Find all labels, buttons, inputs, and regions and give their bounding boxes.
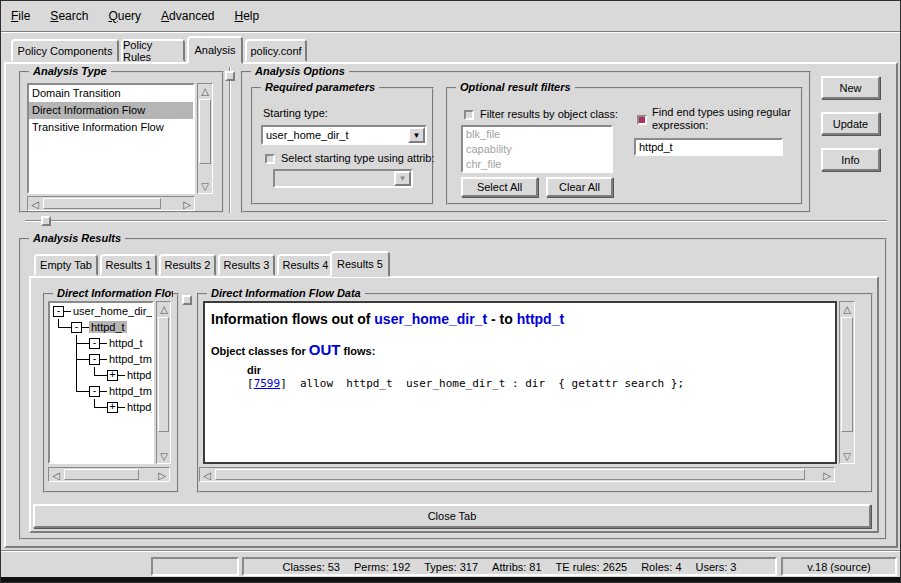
analysis-type-vscrollbar[interactable]: △ ▽ [197, 83, 213, 194]
info-button[interactable]: Info [821, 148, 880, 171]
statusbar-divider [1, 550, 901, 552]
scroll-left-icon[interactable]: ◁ [49, 468, 63, 482]
results-divider [25, 220, 887, 222]
filter-object-class-checkbox[interactable] [464, 110, 474, 120]
tree-row[interactable]: -httpd_tmp_t [50, 351, 152, 367]
results-pane-sash-handle[interactable] [182, 295, 192, 305]
tab-empty-tab[interactable]: Empty Tab [34, 254, 98, 276]
flow-tree-hscrollbar[interactable]: ◁ ▷ [48, 467, 170, 482]
menu-search[interactable]: Search [50, 9, 88, 23]
tree-expander-icon[interactable]: - [71, 322, 82, 333]
close-tab-button[interactable]: Close Tab [33, 504, 871, 528]
regex-checkbox[interactable] [637, 115, 647, 125]
stat-te-rules: TE rules: 2625 [556, 561, 628, 573]
scroll-left-icon[interactable]: ◁ [200, 468, 214, 482]
status-empty-box [151, 557, 239, 576]
list-item[interactable]: Transitive Information Flow [29, 119, 193, 136]
chevron-down-icon: ▼ [394, 171, 411, 186]
flow-data-text[interactable]: Information flows out of user_home_dir_t… [203, 301, 837, 464]
tree-expander-icon[interactable]: - [89, 354, 100, 365]
regex-checkbox-label: Find end types using regular expression: [652, 106, 791, 132]
scroll-thumb[interactable] [215, 469, 805, 480]
tab-policy-conf[interactable]: policy.conf [245, 39, 307, 62]
policy-version: v.18 (source) [807, 561, 870, 573]
scroll-thumb[interactable] [841, 317, 853, 432]
attrib-value [275, 171, 394, 186]
scroll-right-icon[interactable]: ▷ [820, 468, 834, 482]
list-item-selected[interactable]: Direct Information Flow [29, 102, 193, 119]
menu-query[interactable]: Query [108, 9, 141, 23]
update-button[interactable]: Update [821, 112, 880, 135]
stat-perms: Perms: 192 [354, 561, 410, 573]
scroll-up-icon[interactable]: △ [198, 84, 212, 98]
tree-expander-icon[interactable]: + [107, 402, 118, 413]
tree-row[interactable]: -httpd_t [50, 335, 152, 351]
tab-results-1[interactable]: Results 1 [100, 254, 157, 276]
scroll-thumb[interactable] [199, 99, 211, 164]
tree-expander-icon[interactable]: + [107, 370, 118, 381]
object-class-listbox: blk_file capability chr_file [461, 125, 613, 173]
flow-data-hscrollbar[interactable]: ◁ ▷ [199, 467, 835, 482]
starting-type-value: user_home_dir_t [263, 127, 408, 143]
tree-row[interactable]: -httpd_tmpfs_t [50, 383, 152, 399]
tree-row[interactable]: +httpd_t [50, 399, 152, 415]
attrib-checkbox-label: Select starting type using attrib: [281, 152, 434, 165]
starting-type-combobox[interactable]: user_home_dir_t ▼ [261, 125, 427, 145]
scroll-left-icon[interactable]: ◁ [28, 197, 42, 211]
stat-roles: Roles: 4 [641, 561, 681, 573]
tab-results-3[interactable]: Results 3 [218, 254, 275, 276]
scroll-thumb[interactable] [158, 317, 169, 432]
scroll-right-icon[interactable]: ▷ [155, 468, 169, 482]
analysis-type-hscrollbar[interactable]: ◁ ▷ [27, 196, 195, 211]
tab-results-2[interactable]: Results 2 [159, 254, 216, 276]
menu-help[interactable]: Help [234, 9, 259, 23]
menu-bar: File Search Query Advanced Help [1, 1, 900, 32]
tab-results-5[interactable]: Results 5 [330, 251, 390, 277]
flow-classes-line: Object classes for OUT flows: [211, 341, 835, 358]
tree-expander-icon[interactable]: - [53, 306, 64, 317]
scroll-right-icon[interactable]: ▷ [180, 197, 194, 211]
object-class-name: dir [247, 364, 835, 376]
tab-results-4[interactable]: Results 4 [277, 254, 334, 276]
scroll-thumb[interactable] [64, 469, 139, 480]
tab-analysis[interactable]: Analysis [187, 36, 243, 64]
scroll-down-icon[interactable]: ▽ [198, 179, 212, 193]
flow-data-vscrollbar[interactable]: △ ▽ [839, 301, 855, 464]
tree-row[interactable]: -user_home_dir_t [50, 303, 152, 319]
scroll-up-icon[interactable]: △ [157, 302, 171, 316]
tab-policy-components[interactable]: Policy Components [11, 39, 119, 62]
status-stats-box: Classes: 53 Perms: 192 Types: 317 Attrib… [242, 557, 777, 576]
tree-row[interactable]: +httpd_t [50, 367, 152, 383]
menu-file[interactable]: File [11, 9, 30, 23]
end-type: httpd_t [517, 311, 564, 327]
new-button[interactable]: New [821, 76, 880, 99]
select-all-button[interactable]: Select All [461, 177, 538, 197]
tree-expander-icon[interactable]: - [89, 386, 100, 397]
flow-tree-vscrollbar[interactable]: △ ▽ [156, 301, 171, 464]
flow-tree-title: Direct Information Flow T [53, 287, 173, 299]
regex-input[interactable] [634, 138, 783, 156]
scroll-thumb[interactable] [43, 198, 161, 209]
tree-row-selected[interactable]: -httpd_t [50, 319, 152, 335]
analysis-results-title: Analysis Results [29, 232, 125, 244]
pane-sash-handle[interactable] [225, 71, 235, 81]
apol-window: File Search Query Advanced Help Policy C… [0, 0, 901, 583]
attrib-checkbox[interactable] [265, 154, 275, 164]
start-type: user_home_dir_t [374, 311, 487, 327]
rule-number-link[interactable]: 7599 [254, 377, 281, 390]
list-item[interactable]: Domain Transition [29, 85, 193, 102]
stat-types: Types: 317 [424, 561, 478, 573]
stat-attribs: Attribs: 81 [492, 561, 542, 573]
clear-all-button[interactable]: Clear All [546, 177, 613, 197]
analysis-type-listbox[interactable]: Domain Transition Direct Information Flo… [27, 83, 195, 194]
stat-classes: Classes: 53 [283, 561, 340, 573]
tree-expander-icon[interactable]: - [89, 338, 100, 349]
chevron-down-icon[interactable]: ▼ [408, 127, 425, 143]
results-sash-handle[interactable] [41, 216, 51, 226]
tab-policy-rules[interactable]: Policy Rules [121, 39, 185, 62]
scroll-up-icon[interactable]: △ [840, 302, 854, 316]
menu-advanced[interactable]: Advanced [161, 9, 214, 23]
flow-tree[interactable]: -user_home_dir_t -httpd_t -httpd_t -http… [48, 301, 154, 464]
scroll-down-icon[interactable]: ▽ [840, 449, 854, 463]
scroll-down-icon[interactable]: ▽ [157, 449, 171, 463]
